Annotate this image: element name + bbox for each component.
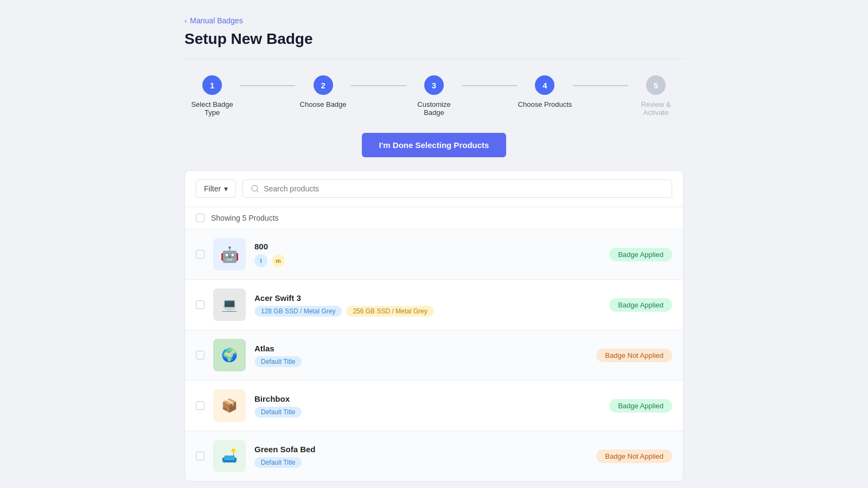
product-tags: 128 GB SSD / Metal Grey256 GB SSD / Meta… — [254, 306, 601, 317]
table-row: 💻 Acer Swift 3 128 GB SSD / Metal Grey25… — [185, 280, 683, 330]
step-circle-2: 2 — [314, 75, 333, 95]
tag-blue: Default Title — [254, 457, 302, 468]
product-tags: Default Title — [254, 356, 588, 367]
step-circle-4: 4 — [535, 75, 554, 95]
product-info: Acer Swift 3 128 GB SSD / Metal Grey256 … — [254, 293, 601, 317]
step-label-5: Review & Activate — [628, 100, 684, 117]
product-image: 🤖 — [213, 238, 246, 271]
page-title: Setup New Badge — [184, 30, 684, 48]
table-row: 🤖 800 lm Badge Applied — [185, 229, 683, 280]
product-checkbox[interactable] — [196, 300, 205, 309]
showing-row: Showing 5 Products — [185, 207, 683, 229]
select-all-checkbox[interactable] — [196, 214, 205, 222]
product-image: 🛋️ — [213, 440, 246, 472]
product-info: 800 lm — [254, 242, 601, 267]
product-tags: Default Title — [254, 457, 588, 468]
showing-label: Showing 5 Products — [211, 214, 279, 222]
product-name: 800 — [254, 242, 601, 251]
filter-button[interactable]: Filter ▾ — [196, 179, 236, 198]
product-checkbox[interactable] — [196, 351, 205, 359]
product-image: 📦 — [213, 389, 246, 422]
table-row: 🛋️ Green Sofa Bed Default Title Badge No… — [185, 431, 683, 481]
page-container: ‹ Manual Badges Setup New Badge 1 Select… — [163, 0, 705, 488]
filter-chevron-icon: ▾ — [224, 184, 228, 193]
tag-yellow: 256 GB SSD / Metal Grey — [346, 306, 433, 317]
tag-blue: Default Title — [254, 356, 302, 367]
badge-status: Badge Applied — [609, 399, 672, 413]
step-circle-3: 3 — [424, 75, 444, 95]
badge-status: Badge Not Applied — [596, 349, 672, 362]
product-name: Birchbox — [254, 394, 601, 403]
search-container — [242, 179, 672, 198]
step-label-3: Customize Badge — [406, 100, 462, 117]
step-4: 4 Choose Products — [517, 75, 572, 108]
product-image: 🌍 — [213, 339, 246, 371]
badge-status: Badge Not Applied — [596, 450, 672, 463]
table-row: 🌍 Atlas Default Title Badge Not Applied — [185, 330, 683, 381]
search-input[interactable] — [264, 184, 664, 193]
step-5: 5 Review & Activate — [628, 75, 684, 117]
tag-blue: 128 GB SSD / Metal Grey — [254, 306, 342, 317]
svg-line-1 — [257, 190, 258, 192]
product-info: Green Sofa Bed Default Title — [254, 445, 588, 468]
step-connector-4-5 — [573, 85, 628, 86]
tag-circle-yellow: m — [272, 254, 285, 267]
product-checkbox[interactable] — [196, 452, 205, 460]
step-connector-2-3 — [351, 85, 406, 86]
done-selecting-button[interactable]: I'm Done Selecting Products — [362, 133, 507, 157]
product-tags: lm — [254, 254, 601, 267]
product-list: 🤖 800 lm Badge Applied 💻 Acer Swift 3 12… — [185, 229, 683, 481]
step-connector-3-4 — [462, 85, 517, 86]
step-label-2: Choose Badge — [300, 100, 347, 108]
title-divider — [184, 59, 684, 59]
table-row: 📦 Birchbox Default Title Badge Applied — [185, 381, 683, 431]
breadcrumb-label: Manual Badges — [190, 16, 242, 25]
product-checkbox[interactable] — [196, 250, 205, 259]
products-panel: Filter ▾ Showing 5 Products 🤖 800 lm — [184, 170, 684, 481]
tag-blue: Default Title — [254, 407, 302, 418]
product-name: Acer Swift 3 — [254, 293, 601, 303]
chevron-icon: ‹ — [184, 17, 187, 25]
product-checkbox[interactable] — [196, 401, 205, 410]
product-info: Birchbox Default Title — [254, 394, 601, 418]
product-info: Atlas Default Title — [254, 344, 588, 367]
step-circle-1: 1 — [202, 75, 222, 95]
step-label-1: Select Badge Type — [184, 100, 240, 117]
product-tags: Default Title — [254, 407, 601, 418]
product-image: 💻 — [213, 288, 246, 321]
step-label-4: Choose Products — [518, 100, 572, 108]
search-icon — [251, 184, 259, 193]
tag-circle-blue: l — [254, 254, 267, 267]
filter-bar: Filter ▾ — [185, 171, 683, 207]
product-name: Atlas — [254, 344, 588, 353]
step-circle-5: 5 — [646, 75, 666, 95]
breadcrumb[interactable]: ‹ Manual Badges — [184, 16, 684, 25]
done-btn-container: I'm Done Selecting Products — [184, 133, 684, 157]
step-3: 3 Customize Badge — [406, 75, 462, 117]
step-connector-1-2 — [240, 85, 295, 86]
product-name: Green Sofa Bed — [254, 445, 588, 454]
badge-status: Badge Applied — [609, 248, 672, 261]
step-1: 1 Select Badge Type — [184, 75, 240, 117]
filter-label: Filter — [204, 184, 221, 193]
badge-status: Badge Applied — [609, 298, 672, 312]
stepper: 1 Select Badge Type 2 Choose Badge 3 Cus… — [184, 75, 684, 117]
step-2: 2 Choose Badge — [295, 75, 350, 108]
